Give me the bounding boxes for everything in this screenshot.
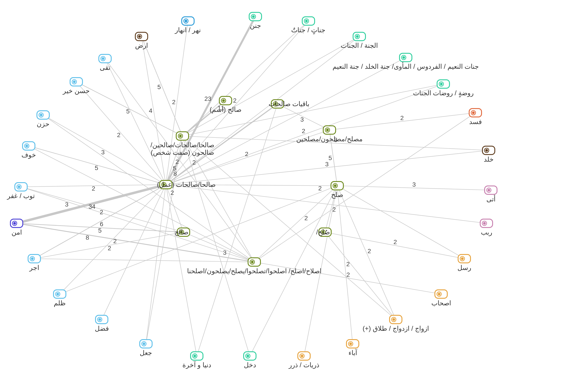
graph-node[interactable]: خلد (483, 146, 495, 163)
graph-node[interactable]: جناتٍ / جناتٌ (291, 17, 325, 34)
graph-node[interactable]: ذريات / ذرر (288, 352, 319, 369)
graph-node[interactable]: اجر (28, 254, 41, 272)
graph-node[interactable]: رسل (457, 254, 471, 272)
graph-node[interactable]: جنات النعيم / الفردوس / المأوى/ جنة الخل… (332, 53, 479, 70)
edge-weight-label: 4 (149, 107, 152, 114)
node-label: صالح (175, 228, 188, 236)
node-dot-icon (247, 355, 249, 357)
graph-node[interactable]: حزن (37, 111, 50, 128)
node-label: اصلاح/اصلح/ اصلحوا/تصلحوا/يصلح/يصلحون/اص… (187, 267, 321, 275)
node-dot-icon (301, 355, 303, 357)
node-dot-icon (487, 189, 490, 192)
edge (182, 21, 308, 136)
node-label: صالحا/صالحات (عمل) (157, 181, 216, 188)
node-dot-icon (222, 99, 225, 102)
graph-node[interactable]: صالحا/صالحات (عمل) (157, 181, 216, 189)
graph-node[interactable]: فسد (469, 109, 482, 125)
edge-weight-label: 3 (412, 181, 416, 188)
edge-weight-label: 2 (100, 209, 103, 216)
node-dot-icon (13, 222, 16, 225)
edge-weight-label: 2 (368, 248, 371, 254)
node-label: باقيات صالحات (269, 100, 309, 107)
graph-node[interactable]: دخل (244, 352, 256, 369)
edge (29, 146, 254, 262)
edge-weight-label: 23 (205, 95, 211, 102)
node-dot-icon (143, 342, 145, 345)
edge-weight-label: 3 (300, 116, 304, 123)
graph-node[interactable]: أتى (485, 186, 497, 203)
graph-node[interactable]: اصلاح/اصلح/ اصلحوا/تصلحوا/يصلح/يصلحون/اص… (187, 258, 321, 275)
graph-node[interactable]: خوف (21, 142, 36, 159)
graph-node[interactable]: صلح (331, 182, 343, 199)
edge (105, 59, 166, 185)
graph-node[interactable]: ارض (135, 32, 148, 50)
node-label: اصحاب (431, 299, 451, 307)
graph-node[interactable]: نهر / انهار (174, 17, 201, 34)
node-label: حزن (37, 120, 50, 128)
edge (146, 136, 182, 344)
graph-node[interactable]: جعل (140, 340, 152, 356)
edge-weight-label: 2 (113, 238, 117, 245)
node-dot-icon (326, 129, 329, 131)
node-label: ارض (135, 42, 148, 50)
edge-weight-label: 3 (65, 201, 69, 208)
edge-weight-label: 2 (170, 189, 174, 196)
node-label: أتى (486, 195, 496, 203)
edge-weight-label: 3 (223, 249, 227, 256)
graph-node[interactable]: صُلح/ (316, 228, 331, 236)
graph-node[interactable]: صالح (175, 228, 190, 236)
edge (43, 115, 254, 262)
graph-node[interactable]: تقى (99, 54, 111, 71)
node-dot-icon (438, 293, 441, 295)
node-dot-icon (305, 20, 308, 22)
graph-node[interactable]: اصحاب (431, 290, 451, 307)
graph-node[interactable]: صالحا/صالحات/صالحين/صالحون (صفت شخص) (150, 132, 214, 156)
node-label: توب / غفر (7, 192, 35, 200)
node-label: جنن (250, 22, 261, 30)
graph-node[interactable]: امن (10, 219, 23, 236)
graph-node[interactable]: حسن خير (62, 78, 90, 95)
node-label: جعل (140, 349, 152, 356)
graph-node[interactable]: الجنة / الجنات (341, 32, 378, 49)
edge-weight-label: 2 (172, 98, 176, 105)
edge-weight-label: 5 (157, 84, 161, 90)
graph-node[interactable]: روضةٍ / روضات الجنات (413, 80, 474, 98)
edge-weight-label: 2 (394, 238, 397, 245)
node-label: خلد (484, 156, 494, 163)
node-label: الجنة / الجنات (341, 42, 378, 49)
graph-node[interactable]: مصلح/مصلحون/مصلحين (296, 126, 363, 143)
node-dot-icon (98, 318, 101, 321)
edge-weight-label: 2 (175, 158, 179, 165)
graph-node[interactable]: ازواج / ازدواج / طلاق (+) (363, 315, 429, 333)
node-dot-icon (31, 257, 34, 260)
edge-weight-label: 2 (302, 127, 305, 134)
graph-node[interactable]: ظلم (54, 290, 66, 307)
edge (141, 37, 166, 185)
node-label: دنيا و آخرة (182, 361, 211, 369)
edge-weight-label: 5 (95, 165, 98, 171)
node-dot-icon (185, 20, 187, 22)
node-label: صُلح/ (316, 228, 330, 236)
graph-node[interactable]: فضل (95, 315, 109, 332)
edge (102, 185, 166, 320)
edge (337, 186, 353, 344)
graph-node[interactable]: صالح (اسم) (210, 96, 241, 114)
graph-node[interactable]: آباء (346, 340, 359, 356)
edge-weight-label: 2 (400, 114, 404, 121)
edge (337, 186, 464, 259)
graph-node[interactable]: دنيا و آخرة (182, 352, 211, 369)
node-dot-icon (334, 184, 336, 187)
node-dot-icon (402, 56, 405, 59)
edge-weight-label: 2 (117, 132, 121, 139)
graph-node[interactable]: باقيات صالحات (269, 100, 309, 108)
node-label: اجر (29, 264, 39, 272)
graph-node[interactable]: ربب (480, 219, 493, 236)
node-dot-icon (56, 293, 59, 295)
node-label: روضةٍ / روضات الجنات (413, 89, 474, 98)
edge (337, 186, 396, 320)
nodes-layer: نهر / انهارارضتقىحسن خيرحزنخوفتوب / غفرا… (7, 12, 497, 369)
graph-node[interactable]: توب / غفر (7, 183, 35, 200)
edge-weight-label: 2 (346, 271, 350, 278)
graph-node[interactable]: جنن (249, 12, 262, 30)
node-dot-icon (485, 149, 488, 152)
